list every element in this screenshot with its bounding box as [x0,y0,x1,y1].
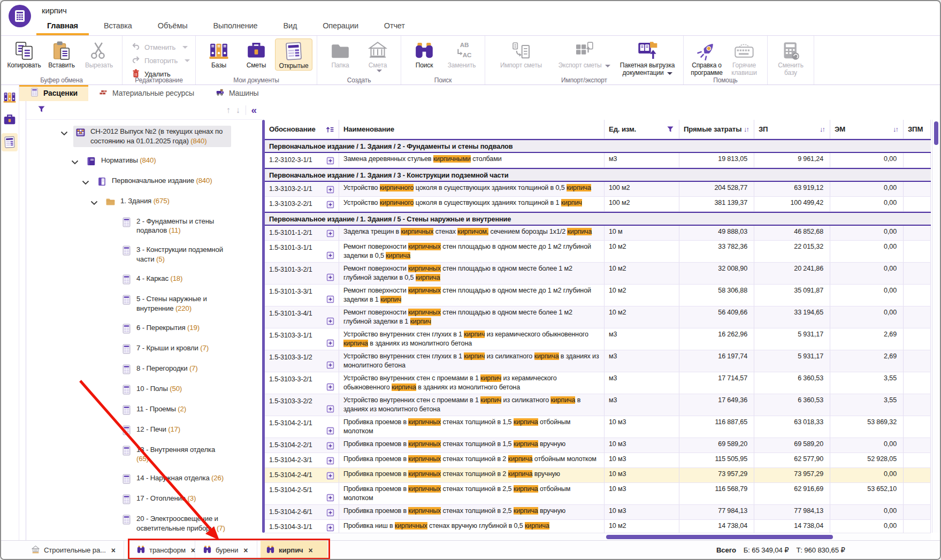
ribbon-tab-5[interactable]: Вид [270,17,310,35]
table-row[interactable]: 1.5-3101-3-3/1Ремонт поверхности кирпичн… [265,285,931,306]
ribbon-tab-7[interactable]: Отчет [371,17,418,35]
ribbon-button[interactable]: Горячие клавиши [725,39,763,77]
ribbon-button[interactable]: Поиск [406,39,443,70]
table-row[interactable]: 1.5-3103-3-1/1Устройство внутренних стен… [265,328,931,350]
chevron-down-icon[interactable] [82,178,89,187]
table-row[interactable]: 1.5-3101-1-2/1Заделка трещин в кирпичных… [265,226,931,241]
expand-plus-icon[interactable] [326,157,334,165]
table-row[interactable]: 1.5-3104-2-3/1Пробивка проемов в кирпичн… [265,453,931,468]
ribbon-button[interactable]: Экспорт сметы [553,39,616,70]
close-icon[interactable]: × [111,546,116,555]
chevron-down-icon[interactable] [71,157,79,167]
expand-plus-icon[interactable] [326,201,334,209]
table-row[interactable]: 1.5-3104-2-1/1Пробивка проемов в кирпичн… [265,416,931,438]
column-header-3[interactable]: Ед. изм. [605,120,679,139]
expand-plus-icon[interactable] [326,339,334,347]
tree-item[interactable]: 5 - Стены наружные и внутренние (220) [26,289,262,318]
bottom-tab-кирпич[interactable]: кирпич× [261,541,328,559]
dropdown-caret-icon[interactable] [377,70,382,72]
bottom-tab-бурени[interactable]: бурени× [197,541,257,559]
ribbon-button[interactable]: Базы [200,39,238,70]
tree-item[interactable]: 14 - Наружная отделка (26) [26,469,262,489]
tree-item[interactable]: СН-2012 Выпуск №2 (в текущих ценах по со… [26,122,262,151]
ribbon-tab-1[interactable]: Главная [34,17,91,35]
strip-bases-icon[interactable] [2,88,18,106]
tree-item[interactable]: Первоначальное издание (840) [26,171,262,191]
tab-материальные-ресурсы[interactable]: Материальные ресурсы [88,85,205,101]
tab-расценки[interactable]: Расценки [19,85,88,101]
ribbon-tab-4[interactable]: Выполнение [201,17,271,35]
отменить-button[interactable]: Отменить [127,42,191,53]
column-header-1[interactable]: Обоснование [265,120,339,139]
ribbon-tab-2[interactable]: Вставка [91,17,145,35]
table-row[interactable]: 1.5-3104-2-5/1Пробивка проемов в кирпичн… [265,483,931,505]
strip-estimates-icon[interactable] [2,111,18,129]
tree-item[interactable]: 17 - Отопление (3) [26,489,262,509]
sort-icon[interactable]: ↓↑ [744,125,749,133]
scrollbar-thumb[interactable] [934,121,938,145]
dropdown-caret-icon[interactable] [667,72,672,75]
tree-item[interactable]: 4 - Каркас (18) [26,269,262,289]
tree-item[interactable]: 8 - Перегородки (7) [26,359,262,379]
sort-icon[interactable]: ↓↑ [820,125,825,133]
table-row[interactable]: 1.3-3103-2-2/1Устройство кирпичного цоко… [265,197,931,212]
grid-vertical-scrollbar[interactable] [932,120,940,533]
close-icon[interactable]: × [309,546,313,555]
expand-plus-icon[interactable] [326,295,334,303]
ribbon-button[interactable]: Сметы [238,39,275,70]
column-header-7[interactable]: ЗПМ [904,120,931,139]
expand-plus-icon[interactable] [326,494,334,502]
move-down-icon[interactable]: ↓ [236,105,240,115]
sort-icon[interactable]: ↓↑ [893,125,899,133]
ribbon-tab-3[interactable]: Объёмы [145,17,201,35]
expand-plus-icon[interactable] [326,361,334,369]
ribbon-button[interactable]: Сменить базу [772,39,809,77]
ribbon-button[interactable]: Вставить [43,39,80,70]
ribbon-button[interactable]: Пакетная выгрузка документации [616,39,679,77]
tree-item[interactable]: 3 - Конструкции подземной части (5) [26,240,262,269]
tree-item[interactable]: 10 - Полы (50) [26,379,262,400]
column-header-2[interactable]: Наименование [339,120,605,139]
close-icon[interactable]: × [243,546,248,555]
grid-horizontal-scrollbar[interactable] [265,533,931,540]
повторить-button[interactable]: Повторить [127,55,191,66]
bottom-tab-строительные-ра-[interactable]: Строительные ра...× [26,541,124,559]
table-row[interactable]: 1.5-3101-3-2/1Ремонт поверхности кирпичн… [265,263,931,285]
expand-plus-icon[interactable] [326,405,334,413]
grid-left-scrollbar[interactable] [262,120,265,533]
tree-item[interactable]: 1. Здания (675) [26,191,262,212]
dropdown-caret-icon[interactable] [605,65,610,67]
ribbon-button[interactable]: Смета [359,39,396,72]
dropdown-caret-icon[interactable] [185,59,190,62]
ribbon-button[interactable]: Копировать [5,39,43,70]
filter-icon[interactable] [37,105,46,116]
ribbon-button[interactable]: Импорт сметы [489,39,553,70]
expand-plus-icon[interactable] [326,383,334,391]
ribbon-button[interactable]: Открытые [275,39,312,71]
chevron-down-icon[interactable] [90,198,98,208]
table-row[interactable]: 1.5-3101-3-4/1Ремонт поверхности кирпичн… [265,306,931,328]
tree-item[interactable]: Нормативы (840) [26,151,262,171]
close-icon[interactable]: × [191,546,195,555]
table-row[interactable]: 1.5-3104-2-4/1Пробивка проемов в кирпичн… [265,468,931,483]
ribbon-button[interactable]: Вырезать [80,39,118,70]
ribbon-tab-6[interactable]: Операции [310,17,371,35]
table-row[interactable]: 1.3-3103-2-1/1Устройство кирпичного цоко… [265,182,931,197]
table-row[interactable]: 1.5-3103-3-2/1Устройство внутренних стен… [265,372,931,394]
table-row[interactable]: 1.5-3103-3-2/2Устройство внутренних стен… [265,394,931,416]
column-header-6[interactable]: ЭМ↓↑ [830,120,904,139]
table-row[interactable]: 1.5-3103-3-1/2Устройство внутренних стен… [265,350,931,372]
expand-plus-icon[interactable] [326,251,334,259]
tree-item[interactable]: 20 - Электроосвещение и осветительные пр… [26,509,262,538]
column-header-4[interactable]: Прямые затраты↓↑ [679,120,754,139]
expand-plus-icon[interactable] [326,186,334,194]
expand-plus-icon[interactable] [326,229,334,237]
column-header-5[interactable]: ЗП↓↑ [754,120,830,139]
dropdown-caret-icon[interactable] [182,46,188,49]
sortmenu-icon[interactable] [326,125,334,134]
table-row[interactable]: 1.5-3104-2-2/1Пробивка проемов в кирпичн… [265,438,931,453]
move-up-icon[interactable]: ↑ [226,105,231,115]
funnel-icon[interactable] [666,125,675,134]
strip-opened-icon[interactable] [2,133,18,151]
ribbon-button[interactable]: Папка [322,39,359,70]
